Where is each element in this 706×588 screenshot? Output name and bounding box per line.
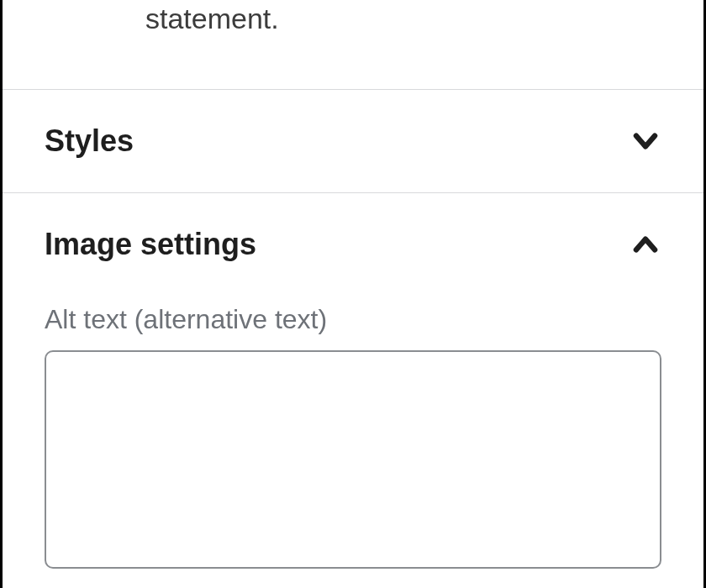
alt-text-input[interactable] (45, 350, 661, 569)
styles-section-title: Styles (45, 123, 134, 159)
alt-text-label: Alt text (alternative text) (45, 304, 661, 335)
image-settings-section-toggle[interactable]: Image settings (3, 193, 703, 296)
block-settings-panel: statement. Styles Image settings Alt tex… (3, 0, 703, 588)
block-description: statement. (3, 0, 703, 89)
chevron-down-icon (630, 125, 661, 157)
image-settings-body: Alt text (alternative text) (3, 296, 703, 572)
image-settings-section-title: Image settings (45, 227, 256, 262)
chevron-up-icon (630, 228, 661, 260)
styles-section-toggle[interactable]: Styles (3, 90, 703, 192)
